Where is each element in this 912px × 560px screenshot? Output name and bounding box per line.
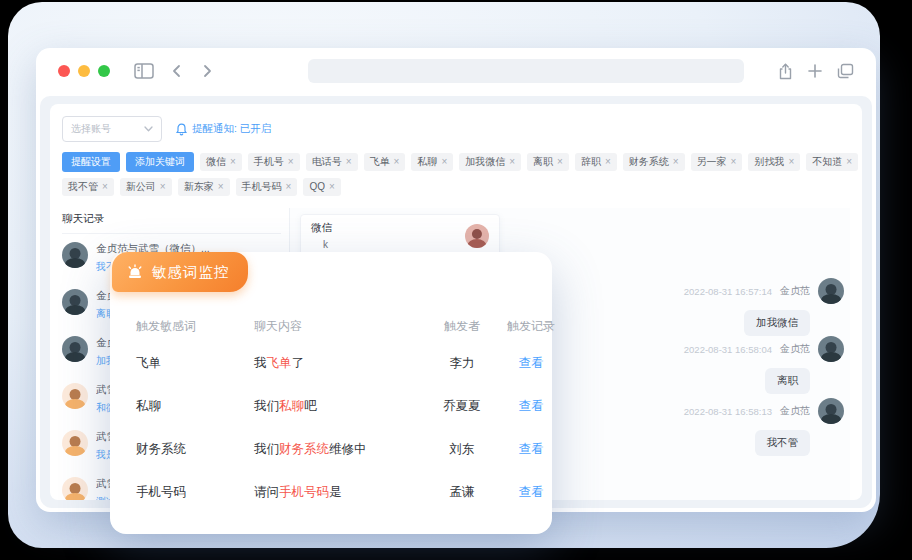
keyword-tag[interactable]: 手机号码× (236, 178, 298, 196)
keyword-tag[interactable]: 别找我× (748, 153, 800, 171)
trigger-keyword-cell: 财务系统 (136, 428, 254, 471)
tag-close-icon[interactable]: × (230, 156, 236, 168)
message-bubble: 我不管 (755, 430, 811, 456)
tag-close-icon[interactable]: × (605, 156, 611, 168)
column-header: 触发者 (424, 310, 500, 342)
chat-message: 2022-08-31 16:58:13 金贞范 我不管 (684, 398, 844, 456)
avatar (818, 336, 844, 362)
reminder-settings-button[interactable]: 提醒设置 (62, 152, 120, 172)
chat-record-title: 聊天记录 (62, 208, 281, 234)
keyword-tag[interactable]: 我不管× (62, 178, 114, 196)
message-time: 2022-08-31 16:58:13 (684, 406, 772, 417)
keyword-tag[interactable]: 另一家× (691, 153, 743, 171)
sensitive-word-monitor-modal: 敏感词监控 触发敏感词 聊天内容 触发者 触发记录 飞单 我飞单了 李力 查看 … (110, 252, 552, 534)
notify-status-toggle[interactable]: 提醒通知: 已开启 (176, 122, 271, 136)
view-record-link[interactable]: 查看 (519, 484, 544, 501)
trigger-person-cell: 李力 (424, 342, 500, 385)
avatar (465, 224, 489, 248)
tag-close-icon[interactable]: × (509, 156, 515, 168)
minimize-window-button[interactable] (78, 65, 90, 77)
tag-close-icon[interactable]: × (346, 156, 352, 168)
address-bar[interactable] (308, 59, 744, 83)
keyword-tag[interactable]: 财务系统× (623, 153, 685, 171)
chat-content-cell: 我飞单了 (254, 342, 424, 385)
tag-close-icon[interactable]: × (846, 156, 852, 168)
keyword-tag[interactable]: 离职× (527, 153, 569, 171)
content-post: 吧 (304, 398, 317, 415)
keyword-tag[interactable]: 微信× (200, 153, 242, 171)
close-window-button[interactable] (58, 65, 70, 77)
view-record-link[interactable]: 查看 (519, 355, 544, 372)
keyword-tag-label: 新东家 (184, 181, 214, 193)
keyword-tag[interactable]: 新公司× (120, 178, 172, 196)
keyword-tag-label: 不知道 (812, 156, 842, 168)
keyword-tag[interactable]: 辞职× (575, 153, 617, 171)
share-icon[interactable] (778, 63, 793, 80)
tab-overview-icon[interactable] (837, 63, 854, 79)
message-sender: 金贞范 (780, 284, 810, 298)
keyword-tag-label: 另一家 (697, 156, 727, 168)
keyword-tag-label: 手机号 (254, 156, 284, 168)
avatar (818, 278, 844, 304)
content-pre: 我们 (254, 441, 279, 458)
content-pre: 我们 (254, 398, 279, 415)
trigger-table: 触发敏感词 聊天内容 触发者 触发记录 飞单 我飞单了 李力 查看 私聊 我们私… (136, 310, 526, 514)
column-header: 触发记录 (500, 310, 562, 342)
add-keyword-button[interactable]: 添加关键词 (126, 152, 194, 172)
keyword-tag-label: 微信 (206, 156, 226, 168)
trigger-keyword-cell: 私聊 (136, 385, 254, 428)
new-tab-plus-icon[interactable] (808, 64, 822, 78)
tag-close-icon[interactable]: × (288, 156, 294, 168)
keyword-tag-label: 财务系统 (629, 156, 669, 168)
content-pre: 我 (254, 355, 267, 372)
tag-close-icon[interactable]: × (731, 156, 737, 168)
keyword-tag[interactable]: 新东家× (178, 178, 230, 196)
content-post: 是 (329, 484, 342, 501)
tag-close-icon[interactable]: × (673, 156, 679, 168)
column-header: 触发敏感词 (136, 310, 254, 342)
message-sender: 金贞范 (780, 404, 810, 418)
notify-status-label: 提醒通知: 已开启 (192, 122, 271, 136)
siren-alarm-icon (126, 264, 144, 281)
tag-close-icon[interactable]: × (102, 181, 108, 193)
chevron-down-icon (144, 126, 153, 132)
keyword-tag-label: 离职 (533, 156, 553, 168)
tag-close-icon[interactable]: × (788, 156, 794, 168)
tag-close-icon[interactable]: × (218, 181, 224, 193)
message-sender: 金贞范 (780, 342, 810, 356)
back-button-icon[interactable] (170, 64, 184, 78)
contact-card[interactable]: 微信 k (300, 214, 500, 256)
tag-close-icon[interactable]: × (441, 156, 447, 168)
trigger-person-cell: 孟谦 (424, 471, 500, 514)
keyword-tag-label: 电话号 (312, 156, 342, 168)
view-record-link[interactable]: 查看 (519, 398, 544, 415)
highlighted-keyword: 手机号码 (279, 484, 329, 501)
sidebar-toggle-icon[interactable] (134, 63, 154, 79)
highlighted-keyword: 飞单 (267, 355, 292, 372)
keyword-tag-label: 新公司 (126, 181, 156, 193)
tag-close-icon[interactable]: × (557, 156, 563, 168)
tag-close-icon[interactable]: × (286, 181, 292, 193)
keyword-tag-label: 我不管 (68, 181, 98, 193)
keyword-tag[interactable]: 不知道× (806, 153, 858, 171)
tag-close-icon[interactable]: × (394, 156, 400, 168)
keyword-tag[interactable]: 私聊× (411, 153, 453, 171)
account-select-placeholder: 选择账号 (71, 122, 144, 136)
modal-badge-label: 敏感词监控 (152, 263, 230, 282)
zoom-window-button[interactable] (98, 65, 110, 77)
keyword-tag[interactable]: 飞单× (364, 153, 406, 171)
keyword-tag[interactable]: QQ× (303, 178, 340, 196)
tag-close-icon[interactable]: × (160, 181, 166, 193)
keyword-tag[interactable]: 电话号× (306, 153, 358, 171)
avatar (62, 336, 88, 362)
message-time: 2022-08-31 16:57:14 (684, 286, 772, 297)
forward-button-icon[interactable] (200, 64, 214, 78)
account-select[interactable]: 选择账号 (62, 116, 162, 142)
tag-close-icon[interactable]: × (329, 181, 335, 193)
trigger-keyword-cell: 飞单 (136, 342, 254, 385)
view-record-link[interactable]: 查看 (519, 441, 544, 458)
keywords-row: 提醒设置 添加关键词 微信× 手机号× 电话号× 飞单× 私聊× 加我微信× 离… (62, 152, 862, 196)
keyword-tag[interactable]: 手机号× (248, 153, 300, 171)
content-post: 维修中 (329, 441, 367, 458)
keyword-tag[interactable]: 加我微信× (459, 153, 521, 171)
